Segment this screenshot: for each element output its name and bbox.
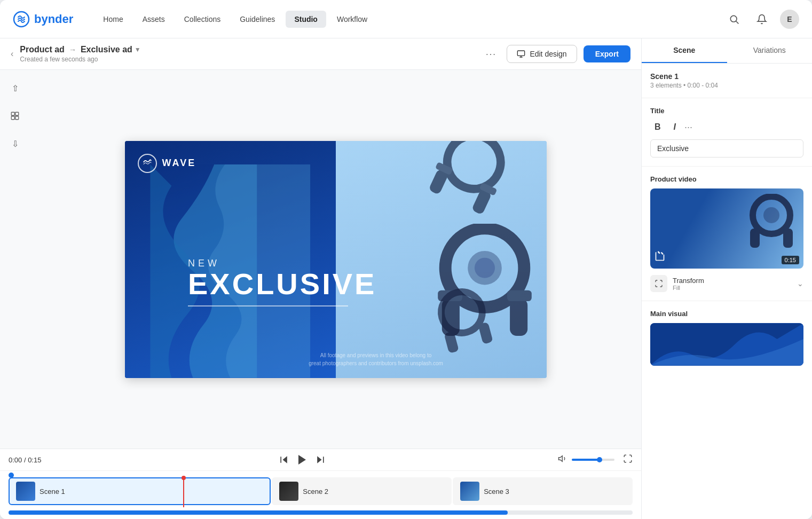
- text-format-bar: B I ···: [650, 120, 803, 134]
- edit-design-button[interactable]: Edit design: [507, 45, 577, 63]
- breadcrumb-current[interactable]: Exclusive ad ▼: [81, 45, 141, 54]
- scene-info-section: Scene 1 3 elements • 0:00 - 0:04: [642, 64, 812, 98]
- volume-thumb: [597, 457, 602, 462]
- scene-2-thumb: [279, 482, 298, 501]
- nav-studio[interactable]: Studio: [286, 11, 326, 28]
- volume-slider[interactable]: [572, 459, 614, 461]
- product-video-section: Product video 0:15: [642, 167, 812, 301]
- top-nav: bynder Home Assets Collections Guideline…: [0, 0, 812, 38]
- transform-row: Transform Fill ⌄: [650, 269, 803, 292]
- timeline-scrollbar[interactable]: [9, 510, 633, 515]
- fullscreen-button[interactable]: [623, 454, 633, 466]
- canvas-side-controls: ⇧ ⇩: [0, 70, 30, 449]
- scene-subtitle: 3 elements • 0:00 - 0:04: [650, 82, 803, 89]
- scene-1-thumb: [16, 482, 35, 501]
- created-label: Created a few seconds ago: [20, 56, 140, 63]
- scenes-row: Scene 1 Scene 2 Scene 3: [9, 477, 633, 505]
- zoom-out-button[interactable]: ⇩: [5, 134, 25, 153]
- breadcrumb: ‹ Product ad → Exclusive ad ▼ Created a …: [11, 45, 475, 63]
- export-button[interactable]: Export: [584, 45, 630, 62]
- nav-home[interactable]: Home: [94, 11, 131, 28]
- transform-icon: [650, 275, 667, 292]
- svg-rect-5: [11, 116, 14, 120]
- more-options-button[interactable]: ⋯: [481, 45, 500, 62]
- play-button[interactable]: [296, 453, 309, 466]
- svg-rect-17: [507, 290, 532, 301]
- svg-rect-7: [15, 116, 19, 120]
- svg-rect-22: [478, 321, 493, 344]
- title-text-input[interactable]: [650, 139, 803, 158]
- transform-chevron-icon[interactable]: ⌄: [797, 279, 803, 288]
- svg-rect-15: [510, 298, 527, 336]
- panel-tabs: Scene Variations: [642, 38, 812, 64]
- timeline-scenes-container: Scene 1 Scene 2 Scene 3: [9, 477, 633, 507]
- logo[interactable]: bynder: [13, 11, 73, 28]
- video-thumbnail[interactable]: 0:15: [650, 188, 803, 269]
- svg-marker-26: [317, 456, 321, 463]
- search-icon: [729, 14, 739, 25]
- canvas-center: 0:04: [30, 70, 641, 449]
- editor-panel: ‹ Product ad → Exclusive ad ▼ Created a …: [0, 38, 641, 519]
- play-icon: [296, 453, 309, 466]
- volume-level: [572, 459, 600, 461]
- nav-assets[interactable]: Assets: [134, 11, 174, 28]
- nav-collections[interactable]: Collections: [176, 11, 229, 28]
- timeline-controls: 0:00 / 0:15: [0, 449, 641, 471]
- main-visual-thumbnail[interactable]: [650, 323, 803, 366]
- back-button[interactable]: ‹: [11, 49, 13, 59]
- skip-back-button[interactable]: [279, 454, 289, 465]
- nav-right: E: [724, 10, 799, 29]
- scene-1-block[interactable]: Scene 1: [9, 477, 271, 505]
- svg-point-1: [730, 15, 737, 22]
- nav-workflow[interactable]: Workflow: [328, 11, 376, 28]
- video-thumb-clapperboard: [655, 251, 665, 264]
- timeline-start-dot: [9, 473, 14, 478]
- tab-scene[interactable]: Scene: [642, 38, 727, 63]
- notifications-button[interactable]: [752, 10, 771, 29]
- breadcrumb-separator: →: [69, 45, 76, 54]
- canvas-logo-icon: [138, 154, 157, 173]
- svg-marker-28: [559, 456, 563, 462]
- tab-variations[interactable]: Variations: [727, 38, 813, 63]
- volume-svg: [558, 454, 567, 463]
- svg-rect-3: [518, 51, 525, 56]
- search-button[interactable]: [724, 10, 744, 29]
- transform-info: Transform Fill: [673, 277, 792, 291]
- zoom-in-button[interactable]: ⇧: [5, 78, 25, 98]
- right-panel: Scene Variations Scene 1 3 elements • 0:…: [641, 38, 812, 519]
- nav-guidelines[interactable]: Guidelines: [231, 11, 283, 28]
- wave-logo-svg: [141, 158, 153, 169]
- italic-button[interactable]: I: [669, 120, 680, 134]
- scene-2-block[interactable]: Scene 2: [272, 477, 452, 505]
- scene-3-block[interactable]: Scene 3: [453, 477, 633, 505]
- text-element-label: Title: [650, 107, 803, 115]
- svg-rect-30: [750, 229, 760, 248]
- timeline: 0:00 / 0:15: [0, 449, 641, 519]
- canvas-logo-text: WAVE: [162, 158, 196, 169]
- timeline-playhead: [183, 477, 184, 507]
- transform-svg-icon: [655, 279, 663, 288]
- skip-forward-button[interactable]: [315, 454, 326, 465]
- bell-icon: [756, 14, 767, 25]
- breadcrumb-dropdown-icon[interactable]: ▼: [135, 46, 141, 53]
- canvas-logo: WAVE: [138, 154, 196, 173]
- bold-button[interactable]: B: [650, 120, 665, 134]
- main-visual-svg: [650, 323, 803, 366]
- canvas-footer: All footage and previews in this video b…: [309, 351, 443, 367]
- more-format-button[interactable]: ···: [684, 122, 692, 133]
- transform-sublabel: Fill: [673, 285, 792, 291]
- nav-items: Home Assets Collections Guidelines Studi…: [94, 11, 724, 28]
- volume-section: [558, 454, 614, 466]
- layers-button[interactable]: [5, 106, 25, 125]
- toolbar-actions: ⋯ Edit design Export: [481, 45, 630, 63]
- main-area: ‹ Product ad → Exclusive ad ▼ Created a …: [0, 38, 812, 519]
- video-duration: 0:15: [782, 256, 799, 264]
- scene-3-thumb: [460, 482, 479, 501]
- canvas-text-overlay: NEW EXCLUSIVE: [188, 258, 376, 306]
- transform-label: Transform: [673, 277, 792, 285]
- layers-icon: [10, 111, 20, 121]
- user-avatar[interactable]: E: [780, 10, 799, 29]
- canvas-image: WAVE NEW EXCLUSIVE: [125, 141, 547, 378]
- volume-icon[interactable]: [558, 454, 567, 466]
- logo-text: bynder: [34, 12, 73, 26]
